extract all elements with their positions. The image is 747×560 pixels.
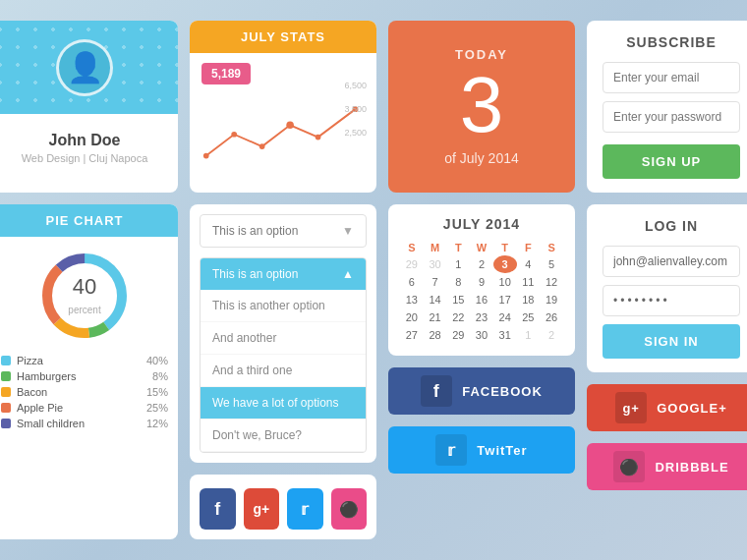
google-button-label: GOOGLE+ bbox=[657, 401, 727, 416]
calendar-card: JULY 2014 S M T W T F S 29 30 1 bbox=[388, 204, 575, 356]
stats-body: 5,189 6,500 3,500 2,500 bbox=[190, 53, 376, 193]
pie-percent-label: percent bbox=[68, 305, 100, 315]
dropdown-option-1[interactable]: This is another option bbox=[201, 290, 366, 322]
dropdown-card: This is an option ▼ This is an option ▲ … bbox=[190, 204, 376, 463]
legend-apple-pie: Apple Pie 25% bbox=[1, 402, 168, 414]
social-icons-row: f g+ 𝕣 ⚫ bbox=[200, 488, 367, 530]
legend-hamburgers: Hamburgers 8% bbox=[1, 370, 168, 382]
stats-card: JULY STATS 5,189 6,500 3,500 2,500 bbox=[190, 21, 376, 193]
login-title: LOG IN bbox=[603, 218, 740, 234]
calendar-grid: S M T W T F S 29 30 1 2 3 4 bbox=[400, 240, 563, 344]
cal-tue: T bbox=[446, 240, 470, 255]
login-email-input[interactable] bbox=[603, 246, 740, 277]
pie-center-text: 40 percent bbox=[68, 274, 100, 317]
chevron-down-icon: ▼ bbox=[342, 224, 354, 238]
twitter-icon: 𝕣 bbox=[301, 500, 309, 519]
svg-point-4 bbox=[316, 135, 321, 140]
dropdown-placeholder: This is an option bbox=[212, 224, 298, 238]
login-col: LOG IN SIGN IN g+ GOOGLE+ ⚫ DRIBBBLE bbox=[587, 204, 747, 539]
profile-card: 👤 John Doe Web Design | Cluj Napoca bbox=[0, 21, 178, 193]
stats-labels: 6,500 3,500 2,500 bbox=[344, 81, 367, 138]
pie-chart-card: PIE CHART bbox=[0, 204, 178, 539]
pie-chart-container: 40 percent bbox=[1, 247, 168, 345]
login-card: LOG IN SIGN IN bbox=[587, 204, 747, 372]
signin-button[interactable]: SIGN IN bbox=[603, 324, 740, 359]
cal-thu: T bbox=[493, 240, 517, 255]
subscribe-title: SUBSCRIBE bbox=[603, 34, 740, 50]
facebook-button-icon: f bbox=[421, 375, 452, 407]
legend-pizza: Pizza 40% bbox=[1, 355, 168, 366]
calendar-header-row: S M T W T F S bbox=[400, 240, 563, 255]
svg-point-0 bbox=[286, 121, 294, 129]
calendar-col: JULY 2014 S M T W T F S 29 30 1 bbox=[388, 204, 575, 539]
cal-week-4: 20 21 22 23 24 25 26 bbox=[400, 308, 563, 326]
google-button[interactable]: g+ GOOGLE+ bbox=[587, 384, 747, 431]
svg-point-2 bbox=[231, 132, 237, 138]
stats-chart bbox=[201, 90, 365, 169]
profile-name: John Doe bbox=[22, 132, 148, 149]
google-icon-button[interactable]: g+ bbox=[244, 488, 280, 530]
dropdown-option-4[interactable]: We have a lot of options bbox=[201, 387, 366, 420]
google-icon: g+ bbox=[253, 501, 269, 517]
twitter-icon-button[interactable]: 𝕣 bbox=[287, 488, 323, 530]
today-card: TODAY 3 of July 2014 bbox=[388, 21, 575, 193]
twitter-button-label: TwitTer bbox=[477, 443, 527, 458]
dropdown-open-header[interactable]: This is an option ▲ bbox=[201, 258, 366, 290]
today-label: TODAY bbox=[455, 47, 508, 62]
pie-ring: 40 percent bbox=[35, 247, 134, 345]
avatar: 👤 bbox=[56, 39, 113, 96]
cal-week-2: 6 7 8 9 10 11 12 bbox=[400, 273, 563, 291]
cal-sun: S bbox=[400, 240, 424, 255]
google-button-icon: g+ bbox=[615, 392, 647, 423]
pie-body: 40 percent Pizza 40% Hamburgers 8% bbox=[0, 237, 178, 443]
dropdown-open: This is an option ▲ This is another opti… bbox=[200, 257, 367, 453]
dribbble-icon: ⚫ bbox=[339, 500, 359, 519]
twitter-button[interactable]: 𝕣 TwitTer bbox=[388, 426, 575, 474]
social-icons-card: f g+ 𝕣 ⚫ bbox=[190, 475, 376, 539]
dropdown-col: This is an option ▼ This is an option ▲ … bbox=[190, 204, 376, 539]
dropdown-option-5[interactable]: Don't we, Bruce? bbox=[201, 420, 366, 452]
login-password-input[interactable] bbox=[603, 285, 740, 316]
svg-point-1 bbox=[203, 153, 209, 159]
dribbble-button[interactable]: ⚫ DRIBBBLE bbox=[587, 443, 747, 490]
password-input[interactable] bbox=[603, 101, 740, 133]
calendar-title: JULY 2014 bbox=[400, 216, 563, 232]
dribbble-icon-button[interactable]: ⚫ bbox=[331, 488, 368, 530]
dropdown-option-3[interactable]: And a third one bbox=[201, 355, 366, 387]
subscribe-card: SUBSCRIBE SIGN UP bbox=[587, 21, 747, 193]
pie-title: PIE CHART bbox=[0, 204, 178, 237]
svg-point-3 bbox=[259, 143, 265, 149]
cal-week-1: 29 30 1 2 3 4 5 bbox=[400, 255, 563, 273]
pie-legend: Pizza 40% Hamburgers 8% Bacon 15% bbox=[1, 355, 168, 429]
dropdown-closed[interactable]: This is an option ▼ bbox=[200, 214, 367, 248]
dribbble-button-icon: ⚫ bbox=[613, 451, 645, 482]
cal-week-3: 13 14 15 16 17 18 19 bbox=[400, 291, 563, 308]
legend-bacon: Bacon 15% bbox=[1, 386, 168, 398]
today-number: 3 bbox=[460, 66, 504, 144]
dropdown-selected: This is an option bbox=[212, 267, 298, 281]
chevron-up-icon: ▲ bbox=[342, 267, 354, 281]
facebook-button[interactable]: f FACEBOOK bbox=[388, 367, 575, 415]
facebook-icon: f bbox=[214, 499, 220, 520]
twitter-button-icon: 𝕣 bbox=[435, 434, 467, 466]
email-input[interactable] bbox=[603, 62, 740, 93]
facebook-icon-button[interactable]: f bbox=[200, 488, 236, 530]
cal-mon: M bbox=[424, 240, 447, 255]
dribbble-button-label: DRIBBBLE bbox=[655, 460, 728, 475]
facebook-button-label: FACEBOOK bbox=[462, 384, 543, 399]
dropdown-option-2[interactable]: And another bbox=[201, 322, 366, 355]
today-sub: of July 2014 bbox=[444, 150, 519, 166]
cal-wed: W bbox=[470, 240, 493, 255]
pie-number: 40 bbox=[68, 274, 100, 300]
cal-sat: S bbox=[540, 240, 563, 255]
profile-subtitle: Web Design | Cluj Napoca bbox=[22, 152, 148, 164]
stats-title: JULY STATS bbox=[190, 21, 376, 53]
cal-fri: F bbox=[517, 240, 541, 255]
stats-badge: 5,189 bbox=[201, 63, 251, 84]
legend-small-children: Small children 12% bbox=[1, 418, 168, 429]
signup-button[interactable]: SIGN UP bbox=[603, 144, 740, 179]
cal-week-5: 27 28 29 30 31 1 2 bbox=[400, 326, 563, 344]
user-icon: 👤 bbox=[67, 50, 103, 84]
profile-header: 👤 bbox=[0, 21, 178, 114]
